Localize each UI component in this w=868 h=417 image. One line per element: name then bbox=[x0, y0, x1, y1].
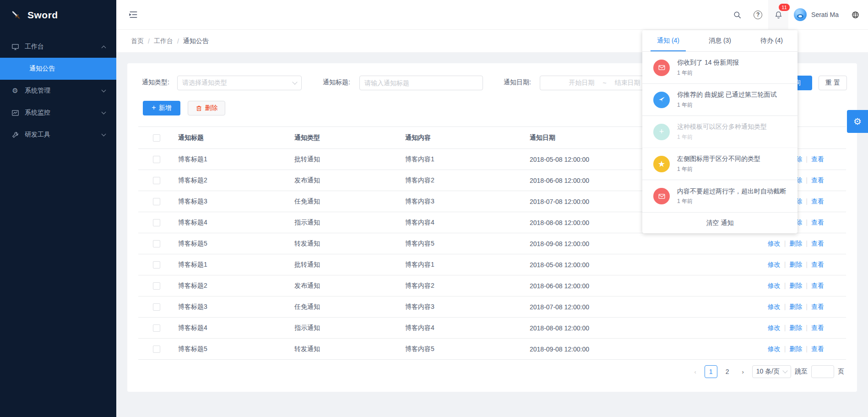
delete-link[interactable]: 删除 bbox=[789, 261, 802, 268]
reset-button[interactable]: 重 置 bbox=[819, 76, 847, 90]
table-row: 博客标题4 指示通知 博客内容4 2018-08-08 12:00:00 修改|… bbox=[138, 318, 846, 339]
edit-link[interactable]: 修改 bbox=[768, 240, 781, 247]
user-name[interactable]: Serati Ma bbox=[811, 11, 839, 18]
edit-link[interactable]: 修改 bbox=[768, 282, 781, 289]
row-checkbox[interactable] bbox=[153, 303, 160, 311]
plus-icon: + bbox=[152, 104, 156, 111]
title-filter-input[interactable] bbox=[359, 76, 483, 90]
menu-fold-icon[interactable] bbox=[128, 10, 138, 20]
view-link[interactable]: 查看 bbox=[811, 261, 824, 268]
desktop-icon bbox=[11, 43, 19, 51]
clear-notifications-button[interactable]: 清空 通知 bbox=[642, 212, 797, 233]
mail-icon bbox=[653, 60, 670, 76]
row-checkbox[interactable] bbox=[153, 198, 160, 205]
globe-icon[interactable] bbox=[851, 11, 860, 19]
tab-notifications[interactable]: 通知 (4) bbox=[642, 30, 694, 51]
row-checkbox[interactable] bbox=[153, 156, 160, 163]
sidebar-item-label: 系统管理 bbox=[25, 87, 102, 95]
table-row: 博客标题1 批转通知 博客内容1 2018-05-08 12:00:00 修改|… bbox=[138, 254, 846, 275]
row-checkbox[interactable] bbox=[153, 177, 160, 184]
table-row: 博客标题5 转发通知 博客内容5 2018-09-08 12:00:00 修改|… bbox=[138, 233, 846, 254]
delete-link[interactable]: 删除 bbox=[789, 345, 802, 352]
sidebar-item-workbench[interactable]: 工作台 bbox=[0, 36, 116, 58]
chevron-up-icon bbox=[102, 45, 106, 50]
edit-link[interactable]: 修改 bbox=[768, 261, 781, 268]
plus-icon: + bbox=[653, 124, 670, 140]
view-link[interactable]: 查看 bbox=[811, 155, 824, 163]
col-header-type: 通知类型 bbox=[294, 127, 405, 149]
star-icon: ★ bbox=[653, 156, 670, 172]
sidebar-submenu: 通知公告 bbox=[0, 58, 116, 80]
tab-messages[interactable]: 消息 (3) bbox=[694, 30, 746, 51]
table-row: 博客标题2 发布通知 博客内容2 2018-06-08 12:00:00 修改|… bbox=[138, 275, 846, 296]
help-icon[interactable]: ? bbox=[754, 11, 762, 19]
avatar[interactable] bbox=[794, 8, 807, 21]
search-icon[interactable] bbox=[733, 11, 742, 19]
page-size-select[interactable]: 10 条/页 bbox=[752, 365, 791, 378]
date-end-placeholder: 结束日期 bbox=[615, 79, 640, 87]
notification-item[interactable]: 内容不要超过两行字，超出时自动截断 1 年前 bbox=[642, 180, 797, 212]
settings-fab[interactable]: ⚙ bbox=[847, 110, 868, 133]
gear-icon: ⚙ bbox=[853, 116, 862, 127]
chevron-down-icon bbox=[102, 88, 106, 93]
row-checkbox[interactable] bbox=[153, 219, 160, 226]
delete-link[interactable]: 删除 bbox=[789, 282, 802, 289]
sidebar-subitem-label: 通知公告 bbox=[29, 65, 55, 73]
notification-dropdown: 通知 (4) 消息 (3) 待办 (4) 你收到了 14 份新周报 1 年前 你… bbox=[642, 30, 797, 233]
page-number-2[interactable]: 2 bbox=[721, 365, 734, 378]
row-checkbox[interactable] bbox=[153, 324, 160, 332]
breadcrumb-home[interactable]: 首页 bbox=[131, 37, 144, 45]
view-link[interactable]: 查看 bbox=[811, 324, 824, 331]
view-link[interactable]: 查看 bbox=[811, 282, 824, 289]
sidebar-item-system-monitor[interactable]: 系统监控 bbox=[0, 102, 116, 124]
chevron-down-icon bbox=[102, 110, 106, 115]
delete-link[interactable]: 删除 bbox=[789, 303, 802, 310]
sidebar-item-system-manage[interactable]: ⚙ 系统管理 bbox=[0, 80, 116, 102]
col-header-title: 通知标题 bbox=[178, 127, 294, 149]
prev-page-button[interactable]: ‹ bbox=[690, 368, 701, 375]
type-filter-label: 通知类型: bbox=[142, 78, 169, 87]
notification-item[interactable]: ★ 左侧图标用于区分不同的类型 1 年前 bbox=[642, 148, 797, 180]
dove-icon bbox=[653, 92, 670, 108]
edit-link[interactable]: 修改 bbox=[768, 303, 781, 310]
edit-link[interactable]: 修改 bbox=[768, 345, 781, 352]
col-header-content: 通知内容 bbox=[405, 127, 530, 149]
notification-item[interactable]: 你推荐的 曲妮妮 已通过第三轮面试 1 年前 bbox=[642, 84, 797, 116]
select-all-checkbox[interactable] bbox=[153, 134, 160, 142]
notification-item[interactable]: + 这种模板可以区分多种通知类型 1 年前 bbox=[642, 116, 797, 148]
breadcrumb-workbench[interactable]: 工作台 bbox=[154, 37, 173, 45]
tab-todos[interactable]: 待办 (4) bbox=[746, 30, 797, 51]
view-link[interactable]: 查看 bbox=[811, 240, 824, 247]
app-title: Sword bbox=[27, 10, 58, 21]
delete-link[interactable]: 删除 bbox=[789, 240, 802, 247]
row-checkbox[interactable] bbox=[153, 346, 160, 353]
page-number-1[interactable]: 1 bbox=[705, 365, 717, 378]
trash-icon bbox=[195, 105, 202, 112]
chevron-down-icon bbox=[292, 79, 297, 84]
type-select[interactable]: 请选择通知类型 bbox=[177, 76, 302, 90]
view-link[interactable]: 查看 bbox=[811, 303, 824, 310]
notification-badge: 11 bbox=[778, 3, 790, 11]
view-link[interactable]: 查看 bbox=[811, 345, 824, 352]
sidebar-item-label: 系统监控 bbox=[25, 109, 102, 117]
view-link[interactable]: 查看 bbox=[811, 219, 824, 226]
sidebar: Sword 工作台 通知公告 ⚙ 系统管理 系统监控 bbox=[0, 0, 116, 417]
view-link[interactable]: 查看 bbox=[811, 176, 824, 184]
notification-bell-button[interactable]: 11 bbox=[768, 0, 788, 29]
delete-button[interactable]: 删除 bbox=[188, 101, 225, 115]
row-checkbox[interactable] bbox=[153, 282, 160, 290]
app-logo[interactable]: Sword bbox=[0, 0, 116, 30]
row-checkbox[interactable] bbox=[153, 240, 160, 247]
notification-item[interactable]: 你收到了 14 份新周报 1 年前 bbox=[642, 52, 797, 84]
notification-tabs: 通知 (4) 消息 (3) 待办 (4) bbox=[642, 30, 797, 52]
row-checkbox[interactable] bbox=[153, 261, 160, 269]
sidebar-item-dev-tools[interactable]: 研发工具 bbox=[0, 124, 116, 146]
sidebar-item-notice[interactable]: 通知公告 bbox=[0, 58, 116, 80]
add-button[interactable]: + 新增 bbox=[143, 101, 180, 115]
delete-link[interactable]: 删除 bbox=[789, 324, 802, 331]
next-page-button[interactable]: › bbox=[738, 368, 749, 375]
view-link[interactable]: 查看 bbox=[811, 198, 824, 205]
edit-link[interactable]: 修改 bbox=[768, 324, 781, 331]
jump-page-input[interactable] bbox=[811, 365, 834, 378]
topbar: ? 11 Serati Ma bbox=[116, 0, 868, 30]
